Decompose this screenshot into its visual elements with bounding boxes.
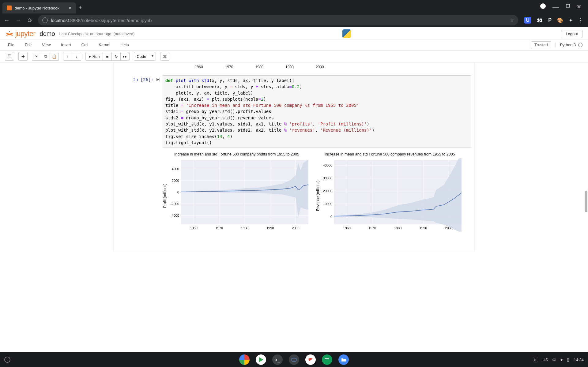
plot-title: Increase in mean and std Fortune 500 com…	[316, 152, 464, 156]
svg-text:30000: 30000	[323, 176, 332, 180]
app-webapp-icon[interactable]	[289, 354, 299, 365]
site-info-icon[interactable]: i	[42, 17, 48, 23]
move-down-button[interactable]: ↓	[72, 52, 81, 61]
jupyter-logo-icon	[6, 30, 13, 38]
page-scrollbar[interactable]	[583, 27, 588, 352]
code-cell[interactable]: In [26]: ▶| def plot_with_std(x, y, stds…	[117, 75, 471, 148]
wifi-icon[interactable]: ▾	[560, 357, 563, 362]
input-language[interactable]: US	[542, 358, 548, 362]
browser-tab[interactable]: demo - Jupyter Notebook ✕	[2, 2, 76, 13]
cell-type-select[interactable]: Code	[134, 52, 156, 61]
svg-marker-44	[259, 357, 263, 362]
plot-title: Increase in mean and std Fortune 500 com…	[163, 152, 311, 156]
svg-text:0: 0	[177, 190, 179, 194]
forward-icon[interactable]: →	[15, 17, 22, 24]
new-tab-button[interactable]: +	[78, 4, 82, 11]
svg-text:2000: 2000	[292, 226, 299, 230]
extensions-puzzle-icon[interactable]: ✦	[569, 17, 573, 23]
svg-text:40000: 40000	[323, 163, 332, 167]
svg-text:-2000: -2000	[171, 202, 179, 206]
restart-button[interactable]: ↻	[111, 52, 121, 61]
menu-insert[interactable]: Insert	[61, 43, 71, 47]
cell-run-icon[interactable]: ▶|	[156, 75, 163, 148]
menu-kernel[interactable]: Kernel	[99, 43, 110, 47]
app-stadia-icon[interactable]	[305, 354, 316, 365]
extension-p-icon[interactable]: P	[548, 17, 552, 23]
svg-text:1990: 1990	[266, 226, 274, 230]
extension-ublock-icon[interactable]: U	[524, 17, 531, 24]
svg-text:1990: 1990	[420, 226, 427, 230]
paste-button[interactable]: 📋	[50, 52, 59, 61]
menu-edit[interactable]: Edit	[25, 43, 32, 47]
menu-file[interactable]: File	[8, 43, 14, 47]
logout-button[interactable]: Logout	[561, 30, 582, 38]
svg-rect-45	[292, 358, 296, 361]
jupyter-favicon	[7, 6, 12, 10]
menu-help[interactable]: Help	[121, 43, 129, 47]
reload-icon[interactable]: ⟳	[26, 17, 34, 24]
notifications-icon[interactable]: ①	[552, 357, 556, 362]
plot-ylabel: Revenue (millions)	[316, 158, 320, 233]
copy-button[interactable]: ⧉	[41, 52, 50, 61]
app-messages-icon[interactable]: ❝❞	[322, 354, 332, 365]
svg-text:-4000: -4000	[171, 214, 179, 218]
profile-badge-icon[interactable]	[540, 3, 546, 9]
save-button[interactable]	[5, 52, 14, 61]
app-files-icon[interactable]	[338, 354, 349, 365]
svg-text:1980: 1980	[394, 226, 401, 230]
kernel-status-icon	[578, 43, 582, 47]
interrupt-button[interactable]: ■	[103, 52, 112, 61]
extension-eyes-icon[interactable]: 👀	[537, 17, 543, 23]
command-palette-button[interactable]: ⌘	[160, 52, 169, 61]
svg-text:1960: 1960	[190, 226, 197, 230]
previous-output-xticks: 19601970198019902000	[117, 65, 471, 69]
launcher-icon[interactable]	[4, 357, 10, 363]
cell-output: Increase in mean and std Fortune 500 com…	[163, 152, 471, 233]
url-text: localhost:8888/notebooks/jupyter/test/de…	[51, 18, 152, 23]
address-bar[interactable]: i localhost:8888/notebooks/jupyter/test/…	[38, 15, 518, 25]
clock[interactable]: 14:34	[574, 358, 584, 362]
cut-button[interactable]: ✂	[32, 52, 41, 61]
svg-text:1960: 1960	[343, 226, 350, 230]
insert-cell-button[interactable]: ✚	[18, 52, 28, 61]
chrome-menu-icon[interactable]: ⋮	[578, 17, 583, 23]
svg-text:20000: 20000	[323, 189, 332, 193]
notebook-title[interactable]: demo	[40, 30, 55, 37]
kernel-indicator[interactable]: Python 3	[556, 43, 582, 47]
menu-view[interactable]: View	[42, 43, 51, 47]
close-window-icon[interactable]: ✕	[577, 3, 581, 11]
extension-paint-icon[interactable]: 🎨	[557, 17, 563, 23]
battery-icon[interactable]: ▯	[567, 357, 569, 362]
app-terminal-icon[interactable]: >_	[272, 354, 283, 365]
bookmark-star-icon[interactable]: ☆	[510, 17, 514, 23]
close-tab-icon[interactable]: ✕	[68, 6, 72, 10]
app-playstore-icon[interactable]	[256, 354, 266, 365]
svg-text:4000: 4000	[172, 167, 179, 171]
shelf-taskbar: >_ ❝❞ ⟀ US ① ▾ ▯ 14:34	[0, 352, 588, 367]
tray-overflow-icon[interactable]: ⟀	[533, 357, 538, 362]
jupyter-logo[interactable]: jupyter	[6, 30, 36, 38]
run-button[interactable]: ▶ Run	[85, 52, 103, 61]
svg-rect-1	[9, 55, 10, 56]
code-editor[interactable]: def plot_with_std(x, y, stds, ax, title,…	[163, 75, 471, 148]
svg-text:10000: 10000	[323, 202, 332, 206]
move-up-button[interactable]: ↑	[63, 52, 72, 61]
app-chrome-icon[interactable]	[239, 354, 250, 365]
python-logo-icon	[342, 29, 351, 38]
restart-run-all-button[interactable]: ▸▸	[120, 52, 130, 61]
minimize-icon[interactable]: —	[552, 3, 559, 11]
maximize-icon[interactable]: ❐	[566, 3, 570, 11]
svg-text:0: 0	[330, 215, 332, 219]
input-prompt: In [26]:	[117, 75, 156, 148]
svg-point-0	[9, 31, 10, 32]
svg-text:2000: 2000	[172, 179, 179, 182]
trusted-badge[interactable]: Trusted	[531, 41, 551, 48]
svg-text:1970: 1970	[216, 226, 223, 230]
toolbar: ✚ ✂ ⧉ 📋 ↑ ↓ ▶ Run ■ ↻ ▸▸ Code ⌘	[0, 51, 588, 62]
back-icon[interactable]: ←	[3, 17, 10, 24]
tab-title: demo - Jupyter Notebook	[15, 6, 59, 10]
output-plot-0: Increase in mean and std Fortune 500 com…	[163, 152, 311, 233]
output-plot-1: Increase in mean and std Fortune 500 com…	[316, 152, 464, 233]
svg-text:1980: 1980	[241, 226, 248, 230]
menu-cell[interactable]: Cell	[81, 43, 88, 47]
